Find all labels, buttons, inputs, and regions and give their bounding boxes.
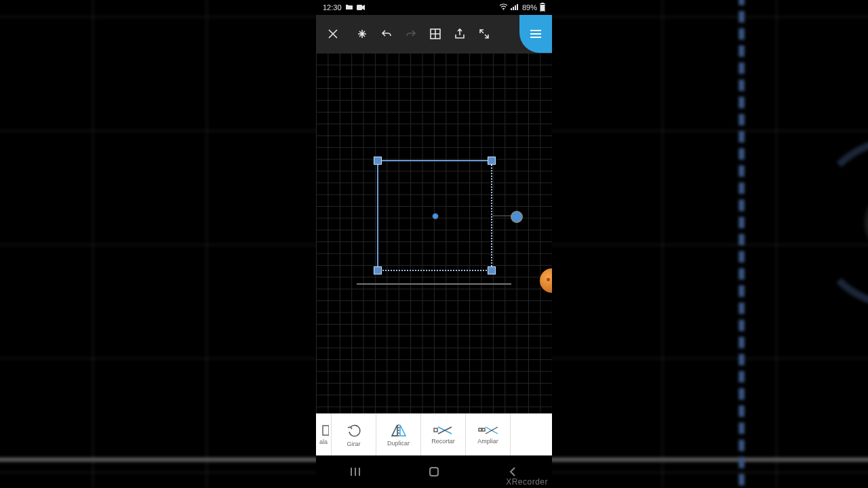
tool-recortar[interactable]: Recortar [421, 413, 466, 455]
svg-rect-0 [357, 5, 362, 10]
wifi-icon [499, 3, 508, 12]
phone-screen: 12:30 89% [316, 0, 552, 488]
svg-rect-2 [511, 8, 512, 10]
resize-handle-bl[interactable] [374, 266, 382, 274]
selection-center-icon [432, 213, 439, 220]
selection-edge-left [377, 160, 378, 271]
recorder-watermark: XRecorder [506, 477, 548, 487]
effects-button[interactable] [350, 15, 374, 53]
nav-home-button[interactable] [414, 466, 454, 478]
menu-button[interactable] [519, 15, 552, 53]
nav-recents-button[interactable] [335, 466, 376, 477]
android-navbar: XRecorder [316, 455, 552, 488]
svg-rect-5 [517, 4, 518, 10]
svg-rect-16 [430, 468, 438, 476]
tool-duplicar[interactable]: Duplicar [376, 413, 421, 455]
tool-label: Recortar [431, 438, 455, 445]
canvas-area[interactable] [316, 53, 552, 413]
tool-label: Ampliar [477, 438, 498, 445]
selection-edge-bottom [377, 270, 492, 271]
ground-line [357, 283, 511, 285]
svg-rect-12 [479, 428, 481, 431]
nav-back-button[interactable] [492, 466, 533, 477]
selection-edge-top [377, 160, 492, 161]
tool-label: ala [319, 439, 328, 445]
folder-icon [345, 3, 353, 12]
tool-escala-partial[interactable]: ala [316, 413, 332, 455]
video-icon [357, 3, 365, 12]
tool-girar[interactable]: Girar [332, 413, 376, 455]
resize-handle-br[interactable] [488, 266, 496, 274]
svg-rect-8 [540, 5, 545, 11]
bottom-toolbar: ala Girar Duplicar Recortar Ampliar [316, 413, 552, 455]
battery-icon [540, 3, 545, 13]
resize-handle-tl[interactable] [374, 157, 382, 165]
status-battery: 89% [522, 3, 537, 12]
fullscreen-button[interactable] [472, 15, 496, 53]
share-button[interactable] [448, 15, 472, 53]
tool-ampliar[interactable]: Ampliar [466, 413, 511, 455]
svg-point-1 [503, 9, 505, 10]
svg-rect-11 [434, 428, 437, 432]
top-toolbar [316, 15, 552, 53]
grid-button[interactable] [423, 15, 448, 53]
svg-rect-10 [323, 426, 329, 435]
svg-rect-4 [515, 5, 516, 10]
signal-icon [511, 3, 519, 12]
rotate-handle[interactable] [511, 211, 523, 223]
svg-rect-13 [482, 428, 485, 431]
tool-label: Duplicar [387, 440, 410, 447]
close-button[interactable] [316, 15, 350, 53]
undo-button[interactable] [374, 15, 399, 53]
redo-button[interactable] [399, 15, 423, 53]
status-time: 12:30 [323, 3, 342, 12]
selection-box[interactable] [377, 160, 492, 271]
status-bar: 12:30 89% [316, 0, 552, 15]
resize-handle-tr[interactable] [488, 157, 496, 165]
tool-label: Girar [347, 441, 361, 447]
svg-rect-3 [513, 7, 514, 10]
